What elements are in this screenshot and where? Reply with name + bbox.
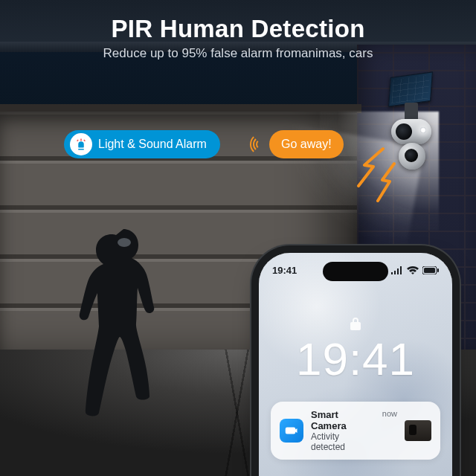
- lock-icon: [259, 317, 452, 333]
- floodlight-led-icon: [420, 127, 426, 133]
- camera-lens-icon: [396, 123, 412, 140]
- lock-screen: 19:41: [259, 317, 452, 382]
- notification-body: Activity detected: [311, 431, 375, 452]
- notification-title: Smart Camera: [311, 409, 375, 431]
- siren-icon: [70, 133, 92, 155]
- go-away-callout: Go away!: [269, 130, 344, 158]
- alarm-bolts-icon: [342, 143, 402, 210]
- lock-screen-clock: 19:41: [259, 336, 452, 382]
- app-icon: [280, 419, 303, 443]
- phone-status-bar: 19:41: [272, 265, 439, 276]
- intruder-silhouette-icon: [52, 225, 164, 440]
- svg-rect-2: [424, 268, 435, 273]
- callout-label: Light & Sound Alarm: [98, 138, 207, 151]
- solar-panel-icon: [388, 71, 433, 106]
- svg-point-0: [118, 238, 131, 247]
- product-marketing-scene: PIR Human Detection Reduce up to 95% fal…: [0, 0, 476, 476]
- status-time: 19:41: [272, 265, 297, 276]
- battery-icon: [422, 266, 439, 274]
- phone-mockup: 19:41 19:41 Smart Camera Activity detect…: [259, 253, 452, 476]
- camera-mount: [405, 103, 418, 120]
- callout-label: Go away!: [281, 138, 332, 151]
- notification-time: now: [382, 409, 397, 418]
- push-notification[interactable]: Smart Camera Activity detected now: [271, 402, 440, 460]
- sound-wave-icon: [248, 132, 266, 156]
- light-sound-alarm-callout: Light & Sound Alarm: [64, 130, 220, 158]
- subheadline: Reduce up to 95% false alarm fromanimas,…: [0, 46, 476, 61]
- notification-thumbnail: [405, 420, 431, 441]
- wifi-icon: [407, 266, 419, 274]
- svg-rect-3: [437, 268, 439, 272]
- ptz-camera: [399, 143, 425, 170]
- headline: PIR Human Detection: [0, 15, 476, 43]
- cellular-signal-icon: [391, 266, 403, 274]
- floodlight-camera: [391, 119, 431, 144]
